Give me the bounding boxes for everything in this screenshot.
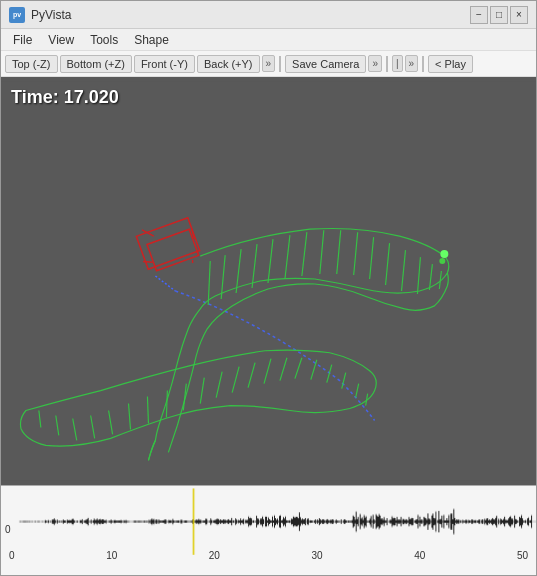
- viewport[interactable]: Time: 17.020: [1, 77, 536, 485]
- svg-point-45: [439, 258, 445, 264]
- save-more-chevron[interactable]: »: [368, 55, 382, 72]
- axis-label-20: 20: [209, 550, 220, 561]
- waveform-canvas: [1, 486, 536, 575]
- close-button[interactable]: ×: [510, 6, 528, 24]
- waveform-axis: 0 10 20 30 40 50: [1, 550, 536, 561]
- waveform-panel: 0 0 10 20 30 40 50: [1, 485, 536, 575]
- separator-2: [386, 56, 388, 72]
- separator-1: [279, 56, 281, 72]
- nav-right-chevron[interactable]: »: [405, 55, 419, 72]
- view-bottom-button[interactable]: Bottom (+Z): [60, 55, 132, 73]
- viewport-svg: [1, 77, 536, 485]
- axis-label-50: 50: [517, 550, 528, 561]
- axis-label-0: 0: [9, 550, 15, 561]
- axis-label-30: 30: [312, 550, 323, 561]
- svg-point-44: [440, 250, 448, 258]
- app-icon: pv: [9, 7, 25, 23]
- save-camera-button[interactable]: Save Camera: [285, 55, 366, 73]
- main-content: Time: 17.020: [1, 77, 536, 575]
- view-front-button[interactable]: Front (-Y): [134, 55, 195, 73]
- nav-left-chevron[interactable]: |: [392, 55, 403, 72]
- toolbar: Top (-Z) Bottom (+Z) Front (-Y) Back (+Y…: [1, 51, 536, 77]
- menu-view[interactable]: View: [40, 31, 82, 49]
- view-back-button[interactable]: Back (+Y): [197, 55, 260, 73]
- menu-file[interactable]: File: [5, 31, 40, 49]
- view-top-button[interactable]: Top (-Z): [5, 55, 58, 73]
- title-bar: pv PyVista − □ ×: [1, 1, 536, 29]
- time-label: Time: 17.020: [11, 87, 119, 108]
- menu-shape[interactable]: Shape: [126, 31, 177, 49]
- menu-tools[interactable]: Tools: [82, 31, 126, 49]
- axis-label-40: 40: [414, 550, 425, 561]
- window-title: PyVista: [31, 8, 470, 22]
- window-controls: − □ ×: [470, 6, 528, 24]
- play-button[interactable]: < Play: [428, 55, 473, 73]
- menu-bar: File View Tools Shape: [1, 29, 536, 51]
- separator-3: [422, 56, 424, 72]
- svg-line-6: [192, 260, 194, 263]
- maximize-button[interactable]: □: [490, 6, 508, 24]
- zero-label: 0: [5, 524, 11, 535]
- minimize-button[interactable]: −: [470, 6, 488, 24]
- axis-label-10: 10: [106, 550, 117, 561]
- view-more-chevron[interactable]: »: [262, 55, 276, 72]
- main-window: pv PyVista − □ × File View Tools Shape T…: [0, 0, 537, 576]
